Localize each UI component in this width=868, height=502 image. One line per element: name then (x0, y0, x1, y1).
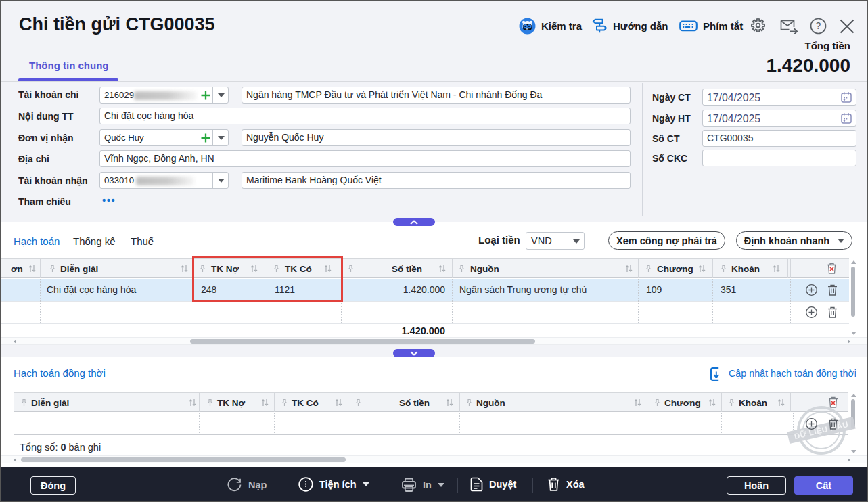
svg-text:?: ? (816, 20, 821, 31)
